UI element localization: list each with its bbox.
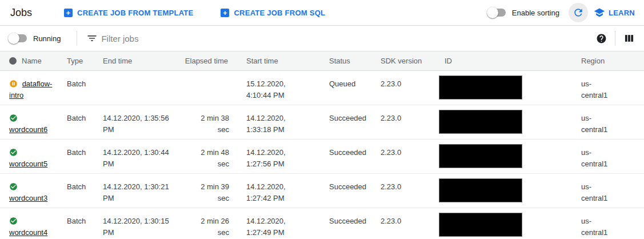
check-circle-icon bbox=[9, 217, 18, 225]
job-row: wordcount6 Batch 14.12.2020, 1:35:56 PM … bbox=[0, 105, 644, 139]
redacted-job-id bbox=[439, 213, 522, 237]
job-sdk-version: 2.23.0 bbox=[381, 70, 439, 105]
toggle-knob bbox=[8, 33, 19, 44]
column-header-id: ID bbox=[439, 51, 581, 70]
toolbar-divider bbox=[615, 31, 615, 46]
job-region: us-central1 bbox=[581, 139, 644, 173]
toolbar-divider bbox=[77, 31, 77, 46]
job-start-time: 14.12.2020, 1:27:56 PM bbox=[229, 139, 329, 173]
job-sdk-version: 2.23.0 bbox=[381, 105, 439, 139]
create-job-from-sql-label: CREATE JOB FROM SQL bbox=[234, 9, 325, 17]
jobs-table: Name Type End time Elapsed time Start ti… bbox=[0, 51, 644, 239]
create-job-from-sql-button[interactable]: + CREATE JOB FROM SQL bbox=[221, 9, 325, 17]
job-name-link[interactable]: wordcount6 bbox=[9, 125, 47, 134]
column-header-start-time: Start time bbox=[229, 51, 329, 70]
add-icon: + bbox=[64, 9, 73, 17]
toggle-knob bbox=[487, 7, 498, 18]
job-end-time: 14.12.2020, 1:35:56 PM bbox=[103, 105, 175, 139]
job-sdk-version: 2.23.0 bbox=[381, 173, 439, 208]
job-status: Succeeded bbox=[329, 208, 381, 239]
help-button[interactable] bbox=[596, 33, 607, 44]
job-type: Batch bbox=[67, 173, 103, 208]
add-icon: + bbox=[221, 9, 229, 17]
running-toggle[interactable] bbox=[8, 33, 27, 44]
page-title: Jobs bbox=[10, 7, 32, 19]
job-end-time bbox=[103, 70, 175, 105]
job-name-link[interactable]: wordcount3 bbox=[9, 194, 47, 202]
job-start-time: 15.12.2020, 4:10:44 PM bbox=[229, 70, 329, 105]
enable-sorting-toggle[interactable] bbox=[487, 7, 506, 18]
job-region: us-central1 bbox=[581, 208, 644, 239]
learn-button[interactable]: LEARN bbox=[594, 7, 635, 18]
job-sdk-version: 2.23.0 bbox=[381, 208, 439, 239]
job-status: Succeeded bbox=[329, 139, 381, 173]
column-header-elapsed-time: Elapsed time bbox=[175, 51, 229, 70]
job-type: Batch bbox=[67, 139, 103, 173]
redacted-job-id bbox=[439, 75, 522, 99]
job-elapsed-time: 2 min 48 sec bbox=[175, 139, 229, 173]
job-name-link[interactable]: wordcount4 bbox=[9, 228, 47, 237]
column-display-icon bbox=[623, 33, 635, 44]
redacted-job-id bbox=[439, 110, 522, 134]
create-job-from-template-button[interactable]: + CREATE JOB FROM TEMPLATE bbox=[64, 9, 193, 17]
job-row: dataflow-intro Batch 15.12.2020, 4:10:44… bbox=[0, 70, 644, 105]
job-type: Batch bbox=[67, 208, 103, 239]
job-region: us-central1 bbox=[581, 70, 644, 105]
job-status: Queued bbox=[329, 70, 381, 105]
column-header-status: Status bbox=[329, 51, 381, 70]
check-circle-icon bbox=[9, 182, 18, 191]
column-header-region: Region bbox=[581, 51, 644, 70]
refresh-button[interactable] bbox=[569, 3, 588, 22]
enable-sorting-label: Enable sorting bbox=[512, 9, 559, 17]
job-end-time: 14.12.2020, 1:30:15 PM bbox=[103, 208, 175, 239]
job-start-time: 14.12.2020, 1:27:42 PM bbox=[229, 173, 329, 208]
job-row: wordcount3 Batch 14.12.2020, 1:30:21 PM … bbox=[0, 173, 644, 208]
dataflow-jobs-page: Jobs + CREATE JOB FROM TEMPLATE + CREATE… bbox=[0, 0, 644, 239]
job-elapsed-time bbox=[175, 70, 229, 105]
page-header: Jobs + CREATE JOB FROM TEMPLATE + CREATE… bbox=[0, 0, 644, 26]
job-elapsed-time: 2 min 39 sec bbox=[175, 173, 229, 208]
redacted-job-id bbox=[439, 178, 522, 202]
create-job-from-template-label: CREATE JOB FROM TEMPLATE bbox=[77, 9, 193, 17]
job-name-link[interactable]: wordcount5 bbox=[9, 160, 47, 168]
job-start-time: 14.12.2020, 1:27:49 PM bbox=[229, 208, 329, 239]
job-start-time: 14.12.2020, 1:33:18 PM bbox=[229, 105, 329, 139]
column-display-button[interactable] bbox=[623, 33, 635, 44]
filter-jobs-input[interactable] bbox=[101, 30, 596, 47]
column-header-sdk-version: SDK version bbox=[381, 51, 439, 70]
learn-label: LEARN bbox=[609, 9, 635, 17]
job-region: us-central1 bbox=[581, 105, 644, 139]
job-type: Batch bbox=[67, 105, 103, 139]
column-header-name: Name bbox=[0, 51, 67, 70]
filter-toolbar: Running bbox=[0, 26, 644, 51]
job-end-time: 14.12.2020, 1:30:21 PM bbox=[103, 173, 175, 208]
running-label: Running bbox=[33, 34, 61, 43]
column-header-type: Type bbox=[67, 51, 103, 70]
pause-circle-icon bbox=[9, 79, 18, 88]
refresh-icon bbox=[573, 7, 584, 18]
status-circle-icon bbox=[9, 57, 17, 65]
job-row: wordcount5 Batch 14.12.2020, 1:30:44 PM … bbox=[0, 139, 644, 173]
help-icon bbox=[596, 33, 607, 44]
job-sdk-version: 2.23.0 bbox=[381, 139, 439, 173]
job-status: Succeeded bbox=[329, 105, 381, 139]
school-icon bbox=[594, 7, 605, 18]
job-elapsed-time: 2 min 26 sec bbox=[175, 208, 229, 239]
job-region: us-central1 bbox=[581, 173, 644, 208]
column-header-end-time: End time bbox=[103, 51, 175, 70]
job-status: Succeeded bbox=[329, 173, 381, 208]
filter-list-icon bbox=[86, 33, 98, 44]
check-circle-icon bbox=[9, 114, 18, 122]
job-type: Batch bbox=[67, 70, 103, 105]
check-circle-icon bbox=[9, 148, 18, 157]
table-header-row: Name Type End time Elapsed time Start ti… bbox=[0, 51, 644, 70]
job-elapsed-time: 2 min 38 sec bbox=[175, 105, 229, 139]
redacted-job-id bbox=[439, 144, 522, 168]
job-end-time: 14.12.2020, 1:30:44 PM bbox=[103, 139, 175, 173]
job-row: wordcount4 Batch 14.12.2020, 1:30:15 PM … bbox=[0, 208, 644, 239]
